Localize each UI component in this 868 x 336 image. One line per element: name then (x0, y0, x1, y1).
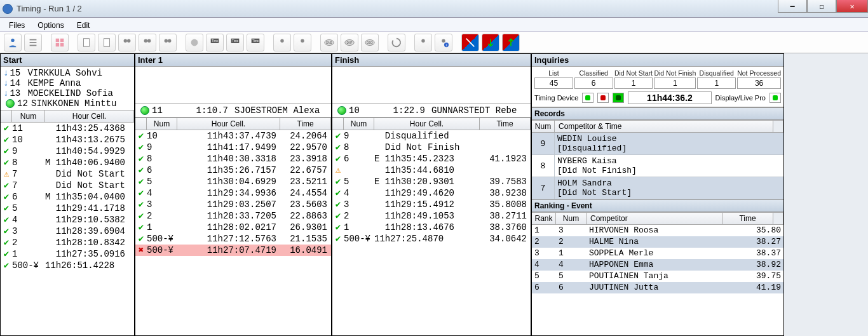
tool-refresh-icon[interactable] (388, 34, 405, 51)
display-led[interactable] (770, 93, 781, 103)
maximize-button[interactable]: ☐ (807, 0, 836, 13)
ranking-row[interactable]: 2 2 HALME Nina 38.27 (532, 236, 783, 248)
table-row[interactable]: ✔ 6 E 11h35:45.2323 41.1923 (332, 153, 531, 165)
ranking-row[interactable]: 6 6 JUUTINEN Jutta 41.19 (532, 282, 783, 293)
tool-flag-up-icon[interactable] (502, 34, 520, 51)
close-button[interactable]: ✕ (836, 0, 868, 13)
table-row[interactable]: ✖ 500-¥ 11h27:07.4719 16.0491 (135, 245, 331, 256)
tool-doc2-icon[interactable] (98, 34, 116, 51)
ranking-row[interactable]: 5 5 POUTIAINEN Tanja 39.75 (532, 271, 783, 282)
table-row[interactable]: ✔ 5 11h29:41.1718 (1, 203, 134, 214)
table-row[interactable]: ✔ 6 M 11h35:04.0400 (1, 191, 134, 203)
table-row[interactable]: ✔ 6 11h35:26.7157 22.6757 (135, 165, 331, 176)
tool-dnf-icon[interactable]: DNF (341, 34, 358, 51)
tool-grid-icon[interactable] (51, 34, 69, 51)
table-row[interactable]: ✔ 5 11h30:04.6929 23.5211 (135, 176, 331, 187)
record-row[interactable]: 7 HOLM Sandra[Did Not Start] (532, 177, 783, 199)
menu-edit[interactable]: Edit (72, 20, 95, 29)
col-time[interactable]: Time (480, 118, 531, 130)
record-row[interactable]: 9 WEDIN Louise[Disqualified] (532, 133, 783, 155)
tool-time1-icon[interactable]: Time (206, 34, 224, 51)
table-row[interactable]: ✔ 500-¥ 11h27:12.5763 21.1535 (135, 233, 331, 245)
table-row[interactable]: ✔ 4 11h29:49.4620 38.9238 (332, 187, 531, 199)
col-comp[interactable]: Competitor (587, 213, 722, 224)
col-num[interactable]: Num (344, 118, 374, 130)
table-row[interactable]: ✔ 500-¥ 11h26:51.4228 (1, 260, 134, 271)
tool-p2-icon[interactable] (294, 34, 311, 51)
table-row[interactable]: ✔ 1 11h28:13.4676 38.3760 (332, 222, 531, 233)
col-num[interactable]: Num (147, 118, 177, 130)
table-row[interactable]: ✔ 8 M 11h40:06.9400 (1, 157, 134, 168)
svg-point-10 (124, 39, 127, 42)
tool-dsq-icon[interactable]: DSQ (361, 34, 379, 51)
col-comp[interactable]: Competitor & Time (555, 121, 773, 132)
table-row[interactable]: ⚠ 7 Did Not Start (1, 168, 134, 180)
menu-options[interactable]: Options (32, 20, 69, 29)
table-row[interactable]: ✔ 8 11h40:30.3318 23.3918 (135, 153, 331, 165)
minimize-button[interactable]: — (778, 0, 807, 13)
table-row[interactable]: ✔ 2 11h28:33.7205 22.8863 (135, 210, 331, 222)
start-rows[interactable]: ✔ 11 11h43:25.4368 ✔ 10 11h43:13.2675 ✔ … (1, 123, 134, 335)
tool-flag-down-icon[interactable] (482, 34, 499, 51)
table-row[interactable]: ✔ 2 11h28:49.1053 38.2711 (332, 210, 531, 222)
table-row[interactable]: ✔ 9 11h40:54.9929 (1, 145, 134, 157)
table-row[interactable]: ✔ 3 11h29:03.2507 23.5603 (135, 199, 331, 210)
timing-led-3[interactable] (613, 93, 624, 103)
tool-person-icon[interactable] (4, 34, 22, 51)
col-num[interactable]: Num (532, 121, 555, 132)
table-row[interactable]: ✔ 5 E 11h30:20.9301 39.7583 (332, 176, 531, 187)
tool-info-icon[interactable]: i (435, 34, 452, 51)
tool-persons1-icon[interactable] (118, 34, 136, 51)
table-row[interactable]: ✔ 1 11h28:02.0217 26.9301 (135, 222, 331, 233)
table-row[interactable]: ✔ 7 Did Not Start (1, 180, 134, 191)
tool-dns-icon[interactable]: DNS (320, 34, 338, 51)
table-row[interactable]: ✔ 3 11h28:39.6904 (1, 225, 134, 237)
tool-time2-icon[interactable]: Time (226, 34, 244, 51)
tool-persons3-icon[interactable] (159, 34, 177, 51)
table-row[interactable]: ✔ 4 11h29:34.9936 24.4554 (135, 187, 331, 199)
table-row[interactable]: ✔ 2 11h28:10.8342 (1, 237, 134, 248)
tool-p3-icon[interactable] (414, 34, 432, 51)
col-num[interactable]: Num (12, 111, 45, 122)
check-icon: ✔ (336, 131, 341, 141)
tool-list-icon[interactable] (24, 34, 42, 51)
timing-led-1[interactable] (582, 93, 593, 103)
ranking-row[interactable]: 3 1 SOPPELA Merle 38.37 (532, 248, 783, 259)
col-time[interactable]: Time (280, 118, 331, 130)
tool-time3-icon[interactable]: Time (247, 34, 264, 51)
table-row[interactable]: ✔ 4 11h29:10.5382 (1, 214, 134, 225)
table-row[interactable]: ✔ 10 11h43:13.2675 (1, 134, 134, 145)
queue-arrow-icon: ↓ (3, 68, 8, 78)
table-row[interactable]: ⚠ 11h35:44.6810 (332, 165, 531, 176)
table-row[interactable]: ✔ 10 11h43:37.4739 24.2064 (135, 130, 331, 142)
records-rows[interactable]: 9 WEDIN Louise[Disqualified] 8 NYBERG Ka… (532, 133, 783, 199)
table-row[interactable]: ✔ 1 11h27:35.0916 (1, 248, 134, 260)
app-icon (3, 4, 13, 14)
tool-p1-icon[interactable] (273, 34, 291, 51)
ranking-row[interactable]: 1 3 HIRVONEN Roosa 35.80 (532, 225, 783, 236)
table-row[interactable]: ✔ 500-¥ 11h27:25.4870 34.0642 (332, 233, 531, 245)
table-row[interactable]: ✔ 9 11h41:17.9499 22.9570 (135, 142, 331, 153)
tool-persons2-icon[interactable] (139, 34, 156, 51)
col-hour[interactable]: Hour Cell. (374, 118, 480, 130)
col-time[interactable]: Time (722, 213, 773, 224)
ranking-rows[interactable]: 1 3 HIRVONEN Roosa 35.80 2 2 HALME Nina … (532, 225, 783, 335)
menu-files[interactable]: Files (4, 20, 30, 29)
col-hour[interactable]: Hour Cell. (45, 111, 134, 122)
col-rank[interactable]: Rank (532, 213, 556, 224)
table-row[interactable]: ✔ 8 Did Not Finish (332, 142, 531, 153)
inter-rows[interactable]: ✔ 10 11h43:37.4739 24.2064 ✔ 9 11h41:17.… (135, 130, 331, 335)
ranking-row[interactable]: 4 4 HAPPONEN Emma 38.92 (532, 259, 783, 271)
col-num[interactable]: Num (556, 213, 587, 224)
panel-start-header: Start (1, 54, 134, 67)
finish-rows[interactable]: ✔ 9 Disqualified ✔ 8 Did Not Finish ✔ 6 … (332, 130, 531, 335)
tool-circle-icon[interactable] (186, 34, 203, 51)
tool-flag-red-icon[interactable] (461, 34, 479, 51)
table-row[interactable]: ✔ 3 11h29:15.4912 35.8008 (332, 199, 531, 210)
record-row[interactable]: 8 NYBERG Kaisa[Did Not Finish] (532, 155, 783, 177)
timing-led-2[interactable] (597, 93, 609, 103)
col-hour[interactable]: Hour Cell. (177, 118, 280, 130)
table-row[interactable]: ✔ 11 11h43:25.4368 (1, 123, 134, 134)
table-row[interactable]: ✔ 9 Disqualified (332, 130, 531, 142)
tool-doc1-icon[interactable] (78, 34, 95, 51)
